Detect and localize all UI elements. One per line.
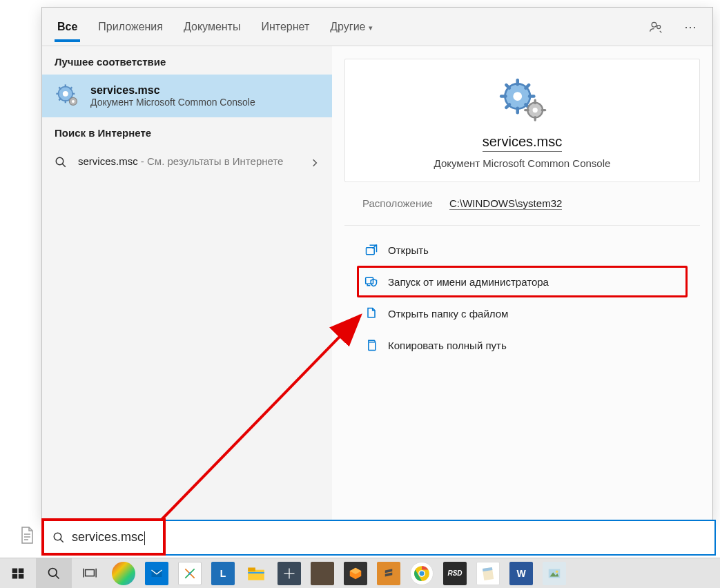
svg-line-15: [62, 164, 66, 167]
search-icon: [47, 567, 61, 580]
svg-line-8: [59, 87, 61, 89]
best-match-header: Лучшее соответствие: [42, 46, 332, 75]
taskbar-apps: L RSD W: [112, 562, 566, 585]
svg-rect-34: [369, 342, 376, 351]
tab-all[interactable]: Все: [55, 11, 80, 42]
location-label: Расположение: [362, 197, 433, 210]
search-bar[interactable]: services.msc: [41, 520, 716, 556]
action-run-as-admin-label: Запуск от имени администратора: [388, 276, 549, 288]
web-search-item[interactable]: services.msc - См. результаты в Интернет…: [42, 146, 332, 179]
action-copy-path-label: Копировать полный путь: [388, 340, 507, 351]
best-match-title: services.msc: [90, 84, 255, 97]
svg-point-27: [532, 108, 537, 112]
tab-apps[interactable]: Приложения: [95, 11, 166, 42]
windows-logo-icon: [11, 567, 25, 580]
svg-rect-45: [19, 574, 24, 578]
search-icon: [52, 531, 65, 544]
svg-point-68: [556, 570, 558, 573]
location-row: Расположение C:\WINDOWS\system32: [344, 182, 700, 226]
taskbar-app-snip[interactable]: [178, 562, 202, 585]
best-match-subtitle: Документ Microsoft Common Console: [90, 97, 255, 108]
search-input[interactable]: services.msc: [72, 530, 145, 545]
svg-rect-48: [86, 569, 95, 576]
taskbar-app-rsd[interactable]: RSD: [443, 562, 467, 585]
taskbar-app-word[interactable]: W: [509, 562, 533, 585]
feedback-icon[interactable]: [646, 17, 665, 37]
content-area: Лучшее соответствие services.msc Докумен…: [42, 46, 712, 520]
web-search-header: Поиск в Интернете: [42, 117, 332, 146]
svg-rect-54: [248, 569, 264, 580]
action-copy-path[interactable]: Копировать полный путь: [357, 329, 688, 361]
taskbar-app-l[interactable]: L: [211, 562, 235, 585]
taskbar-app-chrome[interactable]: [410, 562, 434, 585]
tab-internet[interactable]: Интернет: [258, 11, 312, 42]
svg-line-10: [70, 87, 72, 89]
svg-rect-42: [12, 568, 18, 573]
action-open-label: Открыть: [388, 244, 429, 256]
location-value[interactable]: C:\WINDOWS\system32: [449, 197, 562, 210]
svg-rect-56: [248, 571, 264, 573]
tab-more[interactable]: Другие▾: [327, 11, 375, 42]
text-caret: [144, 531, 145, 545]
search-results-panel: Все Приложения Документы Интернет Другие…: [41, 7, 713, 521]
svg-rect-44: [12, 574, 18, 578]
svg-line-41: [60, 539, 64, 542]
svg-line-24: [525, 85, 529, 88]
more-options-icon[interactable]: ⋯: [681, 17, 700, 37]
taskbar-app-brown[interactable]: [311, 562, 334, 585]
taskbar-app-calculator[interactable]: [278, 562, 301, 585]
svg-rect-33: [366, 277, 373, 284]
taskbar-app-notepad[interactable]: [476, 562, 500, 585]
action-open-folder[interactable]: Открыть папку с файлом: [357, 297, 688, 329]
web-search-suffix: - См. результаты в Интернете: [138, 155, 284, 167]
svg-point-13: [72, 100, 75, 103]
taskbar-search-button[interactable]: [36, 558, 72, 588]
actions-list: Открыть Запуск от имени администратора О…: [344, 226, 700, 369]
action-open[interactable]: Открыть: [357, 234, 688, 266]
preview-title[interactable]: services.msc: [483, 134, 563, 152]
svg-point-3: [63, 91, 68, 97]
web-search-query: services.msc: [78, 155, 138, 167]
preview-subtitle: Документ Microsoft Common Console: [434, 157, 611, 169]
preview-column: services.msc Документ Microsoft Common C…: [332, 46, 712, 520]
svg-rect-43: [19, 568, 24, 573]
preview-card: services.msc Документ Microsoft Common C…: [344, 59, 700, 182]
svg-line-22: [506, 85, 509, 88]
svg-point-40: [54, 533, 61, 540]
taskbar-app-3d[interactable]: [344, 562, 367, 585]
tabs-bar: Все Приложения Документы Интернет Другие…: [42, 8, 712, 46]
best-match-item[interactable]: services.msc Документ Microsoft Common C…: [42, 75, 332, 117]
svg-point-14: [56, 157, 64, 165]
taskbar-app-sublime[interactable]: [377, 562, 400, 585]
task-view-icon: [82, 566, 97, 581]
open-icon: [364, 243, 378, 257]
search-icon: [55, 156, 67, 171]
best-match-text: services.msc Документ Microsoft Common C…: [90, 84, 255, 108]
search-input-value: services.msc: [72, 530, 144, 544]
results-column: Лучшее соответствие services.msc Докумен…: [42, 46, 332, 520]
svg-point-53: [188, 572, 191, 574]
svg-line-11: [59, 98, 61, 100]
tab-more-label: Другие: [330, 21, 365, 32]
web-search-text: services.msc - См. результаты в Интернет…: [78, 154, 299, 168]
action-run-as-admin[interactable]: Запуск от имени администратора: [357, 266, 688, 297]
svg-point-63: [420, 571, 425, 576]
task-view-button[interactable]: [72, 558, 108, 588]
svg-line-25: [506, 104, 509, 108]
svg-point-1: [657, 25, 661, 28]
taskbar-app-pictures[interactable]: [543, 562, 566, 585]
svg-point-17: [513, 92, 522, 101]
document-icon: [19, 527, 35, 545]
chevron-down-icon: ▾: [369, 23, 373, 32]
tab-documents[interactable]: Документы: [181, 11, 243, 42]
taskbar-app-browser1[interactable]: [112, 562, 135, 585]
svg-rect-55: [248, 567, 255, 571]
services-gear-icon: [55, 83, 81, 109]
taskbar-app-mail[interactable]: [145, 562, 168, 585]
folder-file-icon: [364, 306, 378, 320]
start-button[interactable]: [0, 558, 36, 588]
shield-admin-icon: [364, 275, 378, 288]
taskbar-app-explorer[interactable]: [244, 562, 268, 585]
action-open-folder-label: Открыть папку с файлом: [388, 308, 508, 320]
copy-icon: [364, 338, 378, 352]
